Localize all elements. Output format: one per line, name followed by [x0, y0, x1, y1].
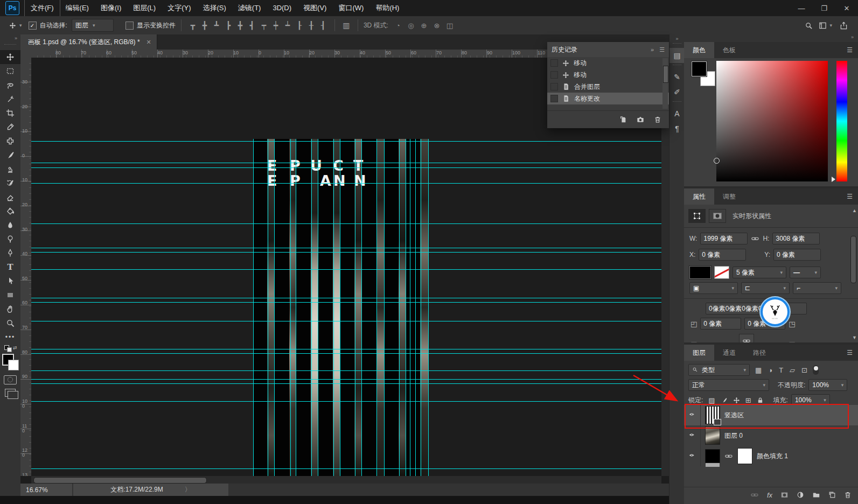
guide-vertical[interactable] [361, 139, 362, 476]
eyedropper-tool[interactable] [0, 120, 20, 134]
guide-horizontal[interactable] [31, 163, 661, 163]
tool-preset-chevron-icon[interactable]: ▾ [19, 23, 22, 28]
stroke-align-dropdown[interactable]: ▣▾ [689, 282, 738, 294]
x-field[interactable]: 0 像素 [699, 249, 746, 261]
filter-toggle-switch[interactable] [813, 365, 819, 375]
clone-stamp-tool[interactable] [0, 162, 20, 176]
radius-summary-field[interactable]: 0像素0像素0像素0像素 [706, 303, 807, 314]
panel-menu-icon[interactable]: ☰ [659, 46, 665, 53]
guide-horizontal[interactable] [31, 269, 661, 270]
status-arrow-icon[interactable]: 〉 [185, 485, 191, 494]
guide-vertical[interactable] [355, 139, 355, 476]
fill-dropdown[interactable]: 100% ▾ [791, 394, 830, 406]
paint-bucket-tool[interactable] [0, 204, 20, 218]
guide-horizontal[interactable] [31, 401, 661, 402]
layer-row[interactable]: 竖选区 [684, 405, 858, 425]
guide-horizontal[interactable] [31, 353, 661, 354]
dodge-tool[interactable] [0, 232, 20, 246]
hand-tool[interactable] [0, 302, 20, 316]
align-button-12[interactable]: ┨ [317, 21, 329, 30]
align-button-3[interactable]: ┻ [211, 21, 222, 30]
guide-horizontal[interactable] [31, 252, 661, 253]
hue-slider-marker[interactable] [832, 177, 835, 182]
menu-item-6[interactable]: 选择(S) [197, 0, 232, 16]
guide-horizontal[interactable] [31, 141, 661, 142]
rectangle-tool[interactable] [0, 288, 20, 302]
3d-drag-icon[interactable]: ⊕ [417, 22, 430, 30]
menu-item-9[interactable]: 视图(V) [297, 0, 332, 16]
type-tool[interactable]: T [0, 260, 20, 274]
tab-属性[interactable]: 属性 [684, 188, 714, 205]
filter-shape-layers-icon[interactable]: ▱ [790, 366, 795, 374]
history-panel-header[interactable]: 历史记录 » ☰ [547, 42, 669, 57]
history-state-source-box[interactable] [550, 59, 558, 67]
auto-select-target-dropdown[interactable]: 图层 ▾ [72, 19, 114, 32]
scroll-up-icon[interactable]: ▲ [852, 208, 857, 213]
link-dimensions-icon[interactable] [751, 235, 759, 242]
guide-vertical[interactable] [415, 139, 416, 476]
guide-vertical[interactable] [274, 139, 275, 476]
panel-menu-icon[interactable]: ☰ [841, 42, 858, 58]
tab-通道[interactable]: 通道 [714, 345, 744, 361]
guide-horizontal[interactable] [31, 248, 661, 248]
document-info[interactable]: 文档:17.2M/22.9M 〉 [73, 484, 228, 496]
align-button-9[interactable]: ┷ [282, 21, 294, 30]
guide-horizontal[interactable] [31, 167, 661, 168]
quick-mask-button[interactable] [0, 373, 20, 386]
panel-menu-icon[interactable]: ☰ [841, 188, 858, 205]
tab-图层[interactable]: 图层 [684, 345, 714, 361]
align-button-11[interactable]: ╂ [305, 21, 317, 30]
guide-vertical[interactable] [410, 139, 410, 476]
workspace-chevron-icon[interactable]: ▾ [829, 23, 832, 28]
stroke-caps-dropdown[interactable]: ⊏▾ [741, 282, 790, 294]
rectangular-marquee-tool[interactable] [0, 64, 20, 78]
3d-slide-icon[interactable]: ⊗ [430, 22, 443, 30]
history-state-source-box[interactable] [550, 95, 558, 102]
layer-thumbnail[interactable] [705, 406, 720, 424]
menu-item-5[interactable]: 文字(Y) [162, 0, 197, 16]
properties-scrollbar[interactable]: ▲ ▼ [850, 208, 857, 340]
quick-selection-tool[interactable] [0, 92, 20, 106]
lock-pixels-icon[interactable] [721, 397, 728, 404]
guide-vertical[interactable] [311, 139, 312, 476]
lasso-tool[interactable] [0, 78, 20, 92]
guide-vertical[interactable] [399, 139, 400, 476]
workspace-icon[interactable] [815, 22, 829, 30]
collapse-icon[interactable]: » [651, 46, 654, 53]
align-button-4[interactable]: ┣ [222, 21, 234, 30]
layer-thumbnail[interactable] [705, 426, 720, 445]
guide-vertical[interactable] [318, 139, 318, 476]
layer-mask-thumbnail[interactable] [737, 448, 752, 464]
swap-colors-icon[interactable]: ⇄ [13, 345, 17, 351]
guide-horizontal[interactable] [31, 370, 661, 371]
path-selection-tool[interactable] [0, 274, 20, 288]
saturation-brightness-picker[interactable] [716, 61, 828, 181]
guide-horizontal[interactable] [31, 298, 661, 298]
radius-topleft-field[interactable]: 0 像素 [700, 318, 741, 330]
color-swatches[interactable] [0, 353, 20, 373]
history-state-source-box[interactable] [550, 71, 558, 79]
shape-properties-button[interactable] [688, 209, 706, 223]
dock-collapse-icon[interactable]: » [669, 34, 685, 41]
spot-healing-brush-tool[interactable] [0, 134, 20, 148]
edit-toolbar-button[interactable]: ••• [0, 330, 20, 344]
guide-horizontal[interactable] [31, 468, 661, 469]
fill-color-swatch[interactable] [689, 266, 711, 279]
toolbar-grip[interactable] [4, 44, 16, 48]
height-field[interactable]: 3008 像素 [772, 233, 820, 244]
search-icon[interactable] [801, 22, 815, 30]
adjustment-layer-button[interactable] [797, 491, 804, 499]
new-snapshot-button[interactable] [637, 116, 644, 123]
zoom-tool[interactable] [0, 316, 20, 330]
align-button-8[interactable]: ┿ [270, 21, 282, 30]
brush-tool[interactable] [0, 148, 20, 162]
opacity-dropdown[interactable]: 100% ▾ [808, 379, 847, 391]
eraser-tool[interactable] [0, 190, 20, 204]
history-state-row[interactable]: 移动 [547, 57, 669, 69]
menu-item-1[interactable]: 文件(F) [25, 0, 60, 16]
eye-column[interactable] [684, 405, 701, 425]
history-state-row[interactable]: 名称更改 [547, 93, 669, 104]
hue-slider[interactable] [836, 61, 847, 181]
3d-rotate-icon[interactable]: ◔ [392, 22, 404, 30]
width-field[interactable]: 1999 像素 [700, 233, 748, 244]
